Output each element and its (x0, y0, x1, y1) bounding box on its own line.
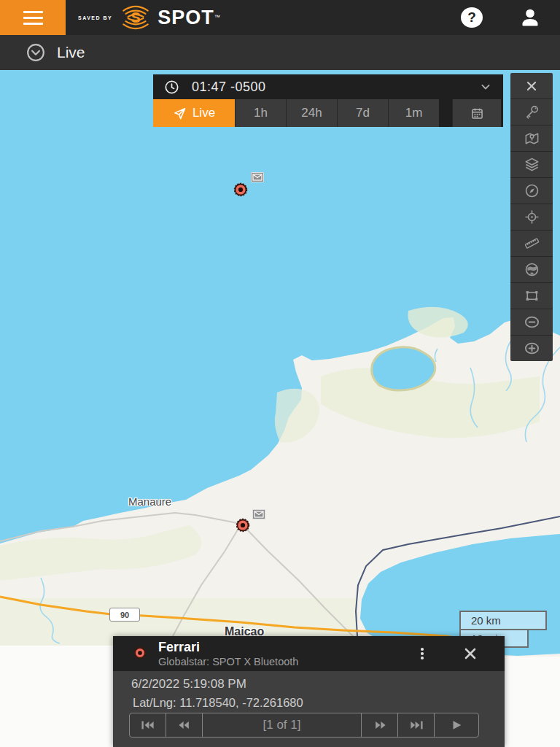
close-icon (524, 78, 540, 94)
tab-calendar[interactable] (452, 99, 501, 127)
brand-name: SPOT (158, 7, 214, 29)
globe-button[interactable] (510, 257, 553, 283)
first-point-button[interactable] (130, 713, 166, 737)
tabs-spacer (439, 99, 452, 127)
folded-map-icon (524, 130, 540, 147)
hamburger-menu-button[interactable] (0, 0, 66, 35)
track-marker-manaure[interactable] (235, 517, 251, 533)
time-filter-panel: 01:47 -0500 Live 1h 24h 7d 1m (153, 74, 503, 127)
close-tools-button[interactable] (510, 73, 553, 99)
asset-detail-panel: Ferrari Globalstar: SPOT X Bluetooth 6/2… (113, 636, 505, 747)
tab-1m[interactable]: 1m (388, 99, 439, 127)
view-label: Live (57, 44, 85, 61)
time-display-row[interactable]: 01:47 -0500 (153, 74, 503, 99)
latlng-label: Lat/Lng: (133, 696, 176, 709)
playback-controls: [1 of 1] (129, 713, 479, 738)
asset-header: Ferrari Globalstar: SPOT X Bluetooth (113, 636, 505, 671)
close-panel-button[interactable] (462, 645, 479, 662)
fast-forward-icon (371, 719, 389, 732)
previous-point-button[interactable] (166, 713, 203, 737)
question-icon: ? (467, 9, 476, 26)
map-view-button[interactable] (510, 125, 553, 152)
asset-title: Ferrari (158, 640, 200, 655)
last-point-button[interactable] (398, 713, 435, 737)
rewind-icon (176, 719, 193, 732)
tab-live[interactable]: Live (153, 99, 235, 127)
spot-s-icon: S (118, 4, 153, 31)
scale-km: 20 km (459, 611, 547, 630)
zoom-out-button[interactable] (510, 309, 553, 336)
place-label-manaure: Manaure (128, 495, 171, 508)
zoom-in-button[interactable] (510, 336, 553, 361)
tab-24h[interactable]: 24h (286, 99, 337, 127)
layers-icon (524, 156, 540, 173)
asset-marker-icon (133, 646, 147, 660)
next-point-button[interactable] (362, 713, 398, 737)
chevron-down-icon[interactable] (478, 80, 493, 94)
close-icon (466, 649, 475, 658)
play-icon (449, 719, 464, 732)
more-options-button[interactable] (415, 646, 429, 662)
hamburger-icon (23, 11, 43, 13)
zoom-in-icon (523, 340, 541, 357)
skip-last-icon (408, 719, 425, 732)
brand-prefix: SAVED BY (78, 15, 112, 20)
map-tools-toolbar (510, 73, 553, 361)
profile-button[interactable] (518, 7, 542, 28)
ruler-icon (524, 235, 540, 252)
latlng-value: 11.718540, -72.261680 (179, 696, 303, 709)
layers-button[interactable] (510, 152, 553, 178)
time-range-tabs: Live 1h 24h 7d 1m (153, 99, 503, 127)
compass-button[interactable] (510, 178, 553, 204)
select-area-button[interactable] (510, 283, 553, 309)
compass-icon (524, 182, 540, 199)
asset-subtitle: Globalstar: SPOT X Bluetooth (158, 656, 298, 667)
skip-first-icon (139, 719, 157, 732)
tab-live-label: Live (192, 106, 215, 120)
svg-text:S: S (131, 9, 141, 26)
point-pager: [1 of 1] (203, 713, 362, 737)
map-viewport[interactable]: Manaure Maicao 90 20 km 10 mi 01:47 -050… (0, 70, 560, 747)
latlng-row: Lat/Lng: 11.718540, -72.261680 (133, 696, 303, 710)
message-icon[interactable] (252, 509, 265, 519)
tab-7d[interactable]: 7d (337, 99, 388, 127)
view-selector-bar[interactable]: Live (0, 35, 560, 70)
help-button[interactable]: ? (461, 7, 483, 28)
rectangle-select-icon (524, 287, 540, 304)
top-app-bar: SAVED BY S SPOT ™ ? (0, 0, 560, 35)
person-icon (526, 9, 534, 18)
message-icon[interactable] (251, 172, 264, 182)
locate-button[interactable] (510, 204, 553, 231)
measure-button[interactable] (510, 231, 553, 257)
send-icon (173, 107, 187, 120)
current-time: 01:47 -0500 (192, 80, 266, 95)
key-icon (524, 104, 540, 120)
spot-mapping-app: SAVED BY S SPOT ™ ? (0, 0, 560, 747)
play-button[interactable] (435, 713, 478, 737)
fix-timestamp: 6/2/2022 5:19:08 PM (131, 677, 246, 692)
key-button[interactable] (510, 99, 553, 125)
zoom-out-icon (523, 314, 541, 330)
globe-icon (524, 261, 540, 278)
trademark: ™ (214, 14, 220, 21)
crosshair-icon (524, 209, 540, 225)
road-badge-90: 90 (109, 608, 140, 622)
calendar-icon (470, 106, 485, 121)
clock-icon (163, 79, 180, 96)
track-marker-north[interactable] (233, 182, 249, 198)
spot-logo: SAVED BY S SPOT ™ (78, 0, 220, 35)
circle-chevron-down-icon (26, 43, 45, 62)
tab-1h[interactable]: 1h (235, 99, 286, 127)
